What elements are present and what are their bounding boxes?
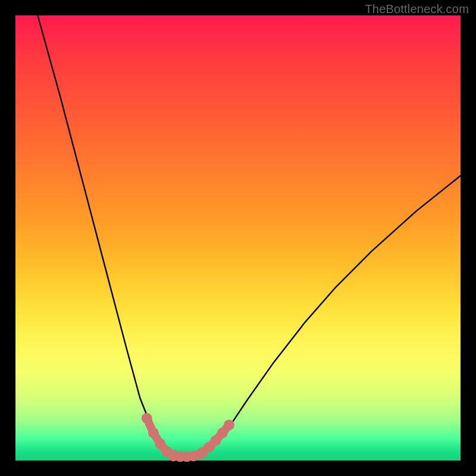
highlight-dot [148, 428, 159, 439]
chart-frame: TheBottleneck.com [0, 0, 476, 476]
watermark-text: TheBottleneck.com [365, 2, 469, 16]
curve-highlight-dots [142, 413, 234, 462]
highlight-dot [142, 413, 152, 424]
highlight-dot [224, 419, 234, 430]
bottleneck-curve [37, 15, 461, 457]
chart-overlay [15, 15, 461, 461]
